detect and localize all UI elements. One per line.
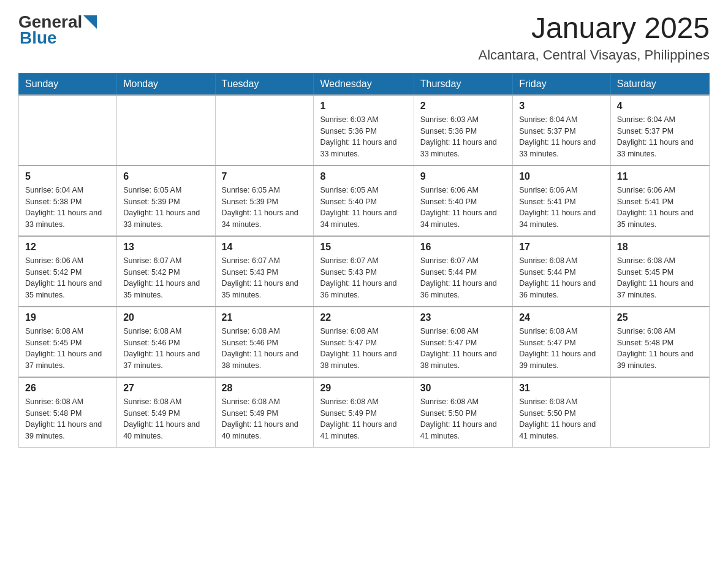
calendar-cell: 4Sunrise: 6:04 AMSunset: 5:37 PMDaylight… xyxy=(610,95,709,166)
calendar-cell: 25Sunrise: 6:08 AMSunset: 5:48 PMDayligh… xyxy=(610,307,709,377)
day-info: Sunrise: 6:06 AMSunset: 5:40 PMDaylight:… xyxy=(420,185,506,231)
logo: General Blue xyxy=(18,12,97,48)
calendar-cell: 13Sunrise: 6:07 AMSunset: 5:42 PMDayligh… xyxy=(117,236,215,307)
month-title: January 2025 xyxy=(479,12,710,45)
day-number: 16 xyxy=(420,242,506,253)
calendar-cell: 14Sunrise: 6:07 AMSunset: 5:43 PMDayligh… xyxy=(215,236,314,307)
calendar-cell: 28Sunrise: 6:08 AMSunset: 5:49 PMDayligh… xyxy=(215,377,314,448)
day-info: Sunrise: 6:08 AMSunset: 5:47 PMDaylight:… xyxy=(320,326,407,372)
calendar-cell: 3Sunrise: 6:04 AMSunset: 5:37 PMDaylight… xyxy=(513,95,611,166)
day-info: Sunrise: 6:03 AMSunset: 5:36 PMDaylight:… xyxy=(420,114,506,160)
day-info: Sunrise: 6:04 AMSunset: 5:38 PMDaylight:… xyxy=(25,185,110,231)
day-number: 20 xyxy=(123,312,208,323)
calendar-cell: 8Sunrise: 6:05 AMSunset: 5:40 PMDaylight… xyxy=(314,166,414,236)
calendar-cell: 22Sunrise: 6:08 AMSunset: 5:47 PMDayligh… xyxy=(314,307,414,377)
day-info: Sunrise: 6:06 AMSunset: 5:41 PMDaylight:… xyxy=(617,185,703,231)
day-number: 24 xyxy=(519,312,604,323)
day-info: Sunrise: 6:08 AMSunset: 5:48 PMDaylight:… xyxy=(25,396,110,442)
day-info: Sunrise: 6:08 AMSunset: 5:46 PMDaylight:… xyxy=(123,326,208,372)
calendar-cell: 2Sunrise: 6:03 AMSunset: 5:36 PMDaylight… xyxy=(414,95,512,166)
day-number: 17 xyxy=(519,242,604,253)
calendar-week-row: 12Sunrise: 6:06 AMSunset: 5:42 PMDayligh… xyxy=(19,236,710,307)
calendar-body: 1Sunrise: 6:03 AMSunset: 5:36 PMDaylight… xyxy=(19,95,710,448)
day-info: Sunrise: 6:07 AMSunset: 5:43 PMDaylight:… xyxy=(222,255,308,301)
calendar-week-row: 1Sunrise: 6:03 AMSunset: 5:36 PMDaylight… xyxy=(19,95,710,166)
day-of-week-header: Wednesday xyxy=(314,73,414,95)
day-info: Sunrise: 6:08 AMSunset: 5:49 PMDaylight:… xyxy=(123,396,208,442)
calendar-table: SundayMondayTuesdayWednesdayThursdayFrid… xyxy=(18,73,710,448)
day-info: Sunrise: 6:08 AMSunset: 5:50 PMDaylight:… xyxy=(420,396,506,442)
day-info: Sunrise: 6:08 AMSunset: 5:47 PMDaylight:… xyxy=(519,326,604,372)
day-header-row: SundayMondayTuesdayWednesdayThursdayFrid… xyxy=(19,73,710,95)
calendar-cell: 6Sunrise: 6:05 AMSunset: 5:39 PMDaylight… xyxy=(117,166,215,236)
day-info: Sunrise: 6:05 AMSunset: 5:39 PMDaylight:… xyxy=(123,185,208,231)
calendar-cell: 23Sunrise: 6:08 AMSunset: 5:47 PMDayligh… xyxy=(414,307,512,377)
day-number: 4 xyxy=(617,101,703,112)
logo-icon xyxy=(83,15,97,29)
logo-blue: Blue xyxy=(20,28,57,48)
calendar-cell xyxy=(215,95,314,166)
day-number: 14 xyxy=(222,242,308,253)
day-number: 5 xyxy=(25,171,110,182)
day-of-week-header: Monday xyxy=(117,73,215,95)
calendar-cell: 24Sunrise: 6:08 AMSunset: 5:47 PMDayligh… xyxy=(513,307,611,377)
calendar-cell xyxy=(19,95,117,166)
calendar-header: SundayMondayTuesdayWednesdayThursdayFrid… xyxy=(19,73,710,95)
day-info: Sunrise: 6:08 AMSunset: 5:50 PMDaylight:… xyxy=(519,396,604,442)
day-number: 21 xyxy=(222,312,308,323)
day-number: 25 xyxy=(617,312,703,323)
day-info: Sunrise: 6:04 AMSunset: 5:37 PMDaylight:… xyxy=(617,114,703,160)
calendar-cell: 18Sunrise: 6:08 AMSunset: 5:45 PMDayligh… xyxy=(610,236,709,307)
day-info: Sunrise: 6:08 AMSunset: 5:45 PMDaylight:… xyxy=(25,326,110,372)
calendar-cell: 30Sunrise: 6:08 AMSunset: 5:50 PMDayligh… xyxy=(414,377,512,448)
calendar-cell: 7Sunrise: 6:05 AMSunset: 5:39 PMDaylight… xyxy=(215,166,314,236)
calendar-cell xyxy=(117,95,215,166)
day-info: Sunrise: 6:07 AMSunset: 5:43 PMDaylight:… xyxy=(320,255,407,301)
day-number: 18 xyxy=(617,242,703,253)
day-of-week-header: Saturday xyxy=(610,73,709,95)
day-of-week-header: Friday xyxy=(513,73,611,95)
day-number: 28 xyxy=(222,383,308,394)
day-of-week-header: Tuesday xyxy=(215,73,314,95)
day-number: 11 xyxy=(617,171,703,182)
calendar-cell: 17Sunrise: 6:08 AMSunset: 5:44 PMDayligh… xyxy=(513,236,611,307)
day-of-week-header: Thursday xyxy=(414,73,512,95)
day-info: Sunrise: 6:08 AMSunset: 5:46 PMDaylight:… xyxy=(222,326,308,372)
day-number: 31 xyxy=(519,383,604,394)
day-info: Sunrise: 6:05 AMSunset: 5:39 PMDaylight:… xyxy=(222,185,308,231)
day-info: Sunrise: 6:06 AMSunset: 5:42 PMDaylight:… xyxy=(25,255,110,301)
day-number: 30 xyxy=(420,383,506,394)
day-info: Sunrise: 6:08 AMSunset: 5:44 PMDaylight:… xyxy=(519,255,604,301)
calendar-cell: 26Sunrise: 6:08 AMSunset: 5:48 PMDayligh… xyxy=(19,377,117,448)
page-header: General Blue January 2025 Alcantara, Cen… xyxy=(18,12,710,63)
location-title: Alcantara, Central Visayas, Philippines xyxy=(479,47,710,63)
calendar-cell: 1Sunrise: 6:03 AMSunset: 5:36 PMDaylight… xyxy=(314,95,414,166)
title-section: January 2025 Alcantara, Central Visayas,… xyxy=(479,12,710,63)
day-info: Sunrise: 6:06 AMSunset: 5:41 PMDaylight:… xyxy=(519,185,604,231)
calendar-cell: 29Sunrise: 6:08 AMSunset: 5:49 PMDayligh… xyxy=(314,377,414,448)
day-info: Sunrise: 6:08 AMSunset: 5:49 PMDaylight:… xyxy=(222,396,308,442)
day-info: Sunrise: 6:08 AMSunset: 5:49 PMDaylight:… xyxy=(320,396,407,442)
calendar-cell: 20Sunrise: 6:08 AMSunset: 5:46 PMDayligh… xyxy=(117,307,215,377)
day-info: Sunrise: 6:03 AMSunset: 5:36 PMDaylight:… xyxy=(320,114,407,160)
calendar-cell: 11Sunrise: 6:06 AMSunset: 5:41 PMDayligh… xyxy=(610,166,709,236)
calendar-cell: 10Sunrise: 6:06 AMSunset: 5:41 PMDayligh… xyxy=(513,166,611,236)
calendar-cell: 21Sunrise: 6:08 AMSunset: 5:46 PMDayligh… xyxy=(215,307,314,377)
day-number: 8 xyxy=(320,171,407,182)
calendar-cell: 27Sunrise: 6:08 AMSunset: 5:49 PMDayligh… xyxy=(117,377,215,448)
calendar-cell: 5Sunrise: 6:04 AMSunset: 5:38 PMDaylight… xyxy=(19,166,117,236)
day-number: 9 xyxy=(420,171,506,182)
day-info: Sunrise: 6:08 AMSunset: 5:48 PMDaylight:… xyxy=(617,326,703,372)
day-number: 10 xyxy=(519,171,604,182)
calendar-cell: 16Sunrise: 6:07 AMSunset: 5:44 PMDayligh… xyxy=(414,236,512,307)
day-info: Sunrise: 6:08 AMSunset: 5:45 PMDaylight:… xyxy=(617,255,703,301)
day-number: 2 xyxy=(420,101,506,112)
day-number: 23 xyxy=(420,312,506,323)
day-info: Sunrise: 6:07 AMSunset: 5:44 PMDaylight:… xyxy=(420,255,506,301)
day-number: 6 xyxy=(123,171,208,182)
svg-marker-0 xyxy=(83,15,97,29)
day-info: Sunrise: 6:07 AMSunset: 5:42 PMDaylight:… xyxy=(123,255,208,301)
calendar-week-row: 26Sunrise: 6:08 AMSunset: 5:48 PMDayligh… xyxy=(19,377,710,448)
day-number: 13 xyxy=(123,242,208,253)
calendar-cell: 9Sunrise: 6:06 AMSunset: 5:40 PMDaylight… xyxy=(414,166,512,236)
